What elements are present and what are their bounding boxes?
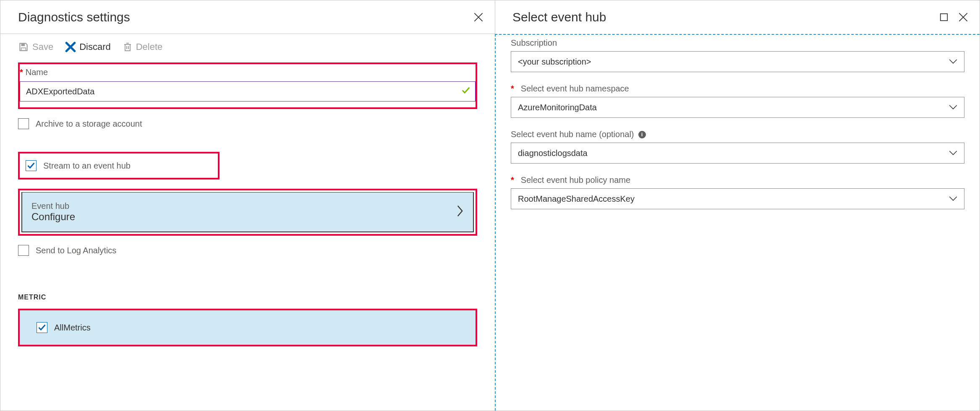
subscription-select[interactable]: <your subscription> xyxy=(511,51,964,72)
stream-checkbox-row[interactable]: Stream to an event hub xyxy=(26,160,212,171)
restore-icon[interactable] xyxy=(939,13,949,22)
save-button[interactable]: Save xyxy=(18,42,53,52)
eventhub-configure-panel[interactable]: Event hub Configure xyxy=(21,192,474,232)
pane-divider xyxy=(495,0,495,34)
policy-value: RootManageSharedAccessKey xyxy=(518,194,635,204)
chevron-down-icon xyxy=(949,103,957,112)
policy-select[interactable]: RootManageSharedAccessKey xyxy=(511,188,964,209)
name-input[interactable] xyxy=(20,81,476,101)
close-icon[interactable] xyxy=(959,13,968,22)
right-pane-dashed-area: Subscription <your subscription> *Select… xyxy=(495,34,980,411)
policy-field: *Select event hub policy name RootManage… xyxy=(511,175,964,209)
archive-checkbox[interactable] xyxy=(18,118,29,129)
allmetrics-checkbox-row[interactable]: AllMetrics xyxy=(37,322,459,333)
stream-label: Stream to an event hub xyxy=(43,161,131,171)
metric-section-highlight: AllMetrics xyxy=(18,309,477,346)
hubname-label: Select event hub name (optional) i xyxy=(511,130,964,139)
chevron-down-icon xyxy=(949,148,957,158)
name-label: *Name xyxy=(20,68,476,77)
namespace-select[interactable]: AzureMonitoringData xyxy=(511,97,964,118)
namespace-field: *Select event hub namespace AzureMonitor… xyxy=(511,84,964,118)
left-pane: Diagnostics settings Save Discard xyxy=(0,0,495,411)
archive-checkbox-row[interactable]: Archive to a storage account xyxy=(18,118,477,129)
svg-rect-2 xyxy=(941,14,948,21)
valid-check-icon xyxy=(461,86,470,97)
info-icon[interactable]: i xyxy=(638,131,646,138)
required-asterisk: * xyxy=(511,175,517,185)
eventhub-section-highlight: Event hub Configure xyxy=(18,189,477,236)
namespace-label: *Select event hub namespace xyxy=(511,84,964,94)
toolbar: Save Discard Delete xyxy=(0,34,495,62)
form-area: *Name Archive to a storage account xyxy=(0,62,495,346)
eventhub-small-label: Event hub xyxy=(31,201,75,211)
left-pane-header: Diagnostics settings xyxy=(0,0,495,34)
subscription-field: Subscription <your subscription> xyxy=(511,38,964,72)
metric-heading: METRIC xyxy=(18,294,477,301)
allmetrics-label: AllMetrics xyxy=(54,323,91,333)
eventhub-big-label: Configure xyxy=(31,211,75,223)
delete-label: Delete xyxy=(136,42,163,52)
right-pane-wrapper: Select event hub Subscription <your subs… xyxy=(495,0,980,411)
svg-rect-0 xyxy=(21,43,25,46)
archive-label: Archive to a storage account xyxy=(36,119,142,129)
delete-button[interactable]: Delete xyxy=(123,42,163,52)
stream-section-highlight: Stream to an event hub xyxy=(18,152,220,179)
left-pane-title: Diagnostics settings xyxy=(18,10,130,24)
chevron-down-icon xyxy=(949,194,957,204)
discard-button[interactable]: Discard xyxy=(65,42,111,52)
loganalytics-checkbox-row[interactable]: Send to Log Analytics xyxy=(18,245,477,256)
required-asterisk: * xyxy=(511,84,517,94)
stream-checkbox[interactable] xyxy=(26,160,37,171)
hubname-select[interactable]: diagnosticlogsdata xyxy=(511,143,964,164)
right-pane-title: Select event hub xyxy=(512,10,606,24)
delete-icon xyxy=(123,42,133,52)
allmetrics-checkbox[interactable] xyxy=(37,322,47,333)
close-icon[interactable] xyxy=(474,13,483,22)
required-asterisk: * xyxy=(20,68,26,77)
chevron-down-icon xyxy=(949,57,957,67)
chevron-right-icon xyxy=(456,205,464,219)
hubname-field: Select event hub name (optional) i diagn… xyxy=(511,130,964,164)
save-label: Save xyxy=(32,42,53,52)
loganalytics-label: Send to Log Analytics xyxy=(36,246,116,255)
loganalytics-checkbox[interactable] xyxy=(18,245,29,256)
hubname-value: diagnosticlogsdata xyxy=(518,148,588,158)
save-icon xyxy=(18,42,29,52)
namespace-value: AzureMonitoringData xyxy=(518,103,597,112)
subscription-value: <your subscription> xyxy=(518,57,591,67)
subscription-label: Subscription xyxy=(511,38,964,48)
policy-label: *Select event hub policy name xyxy=(511,175,964,185)
right-pane-header: Select event hub xyxy=(495,0,980,34)
discard-icon xyxy=(65,42,76,52)
discard-label: Discard xyxy=(79,42,111,52)
name-section-highlight: *Name xyxy=(18,62,477,109)
